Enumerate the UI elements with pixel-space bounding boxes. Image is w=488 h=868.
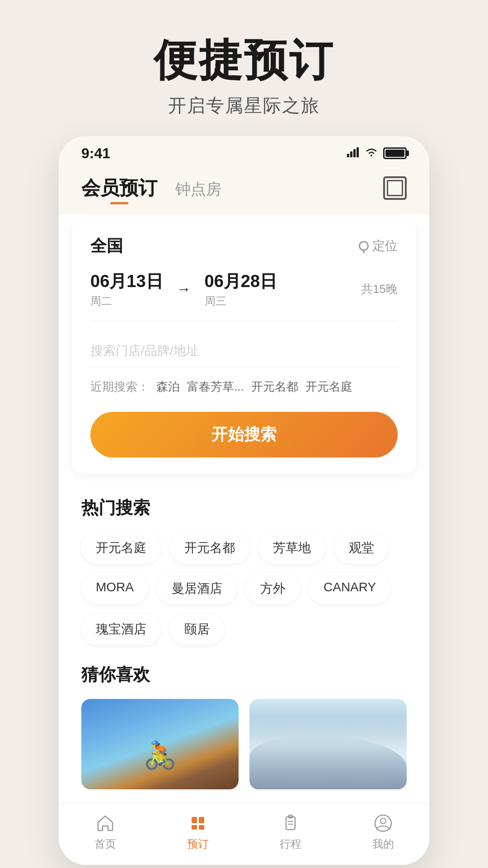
recent-searches: 近期搜索： 森泊 富春芳草... 开元名都 开元名庭 — [90, 379, 398, 395]
hero-subtitle: 开启专属星际之旅 — [168, 93, 320, 118]
checkin-date-main: 06月13日 — [90, 270, 163, 293]
location-text[interactable]: 全国 — [90, 235, 123, 257]
hot-tag-3[interactable]: 观堂 — [334, 532, 389, 564]
recommend-card-2[interactable] — [249, 699, 407, 789]
photo-mountains — [249, 699, 407, 789]
status-time: 9:41 — [81, 145, 110, 162]
location-label: 定位 — [372, 237, 398, 255]
trip-icon — [280, 812, 301, 834]
hot-tag-9[interactable]: 颐居 — [170, 613, 224, 645]
recent-tag-1[interactable]: 森泊 — [156, 379, 180, 395]
recent-tag-2[interactable]: 富春芳草... — [187, 379, 244, 395]
svg-rect-7 — [199, 825, 204, 830]
svg-rect-3 — [357, 147, 359, 157]
svg-rect-5 — [199, 817, 204, 823]
hot-search-section: 热门搜索 开元名庭开元名都芳草地观堂MORA曼居酒店方外CANARY瑰宝酒店颐居 — [59, 483, 429, 659]
hot-tag-0[interactable]: 开元名庭 — [81, 532, 161, 564]
location-button[interactable]: 定位 — [359, 237, 398, 255]
status-bar: 9:41 — [59, 136, 429, 166]
battery-icon — [383, 147, 407, 159]
recommend-section: 猜你喜欢 — [59, 659, 429, 803]
nights-count: 共15晚 — [361, 281, 398, 297]
booking-icon — [187, 812, 209, 834]
checkout-date[interactable]: 06月28日 周三 — [205, 270, 277, 308]
recommend-title: 猜你喜欢 — [81, 663, 407, 686]
hot-tag-1[interactable]: 开元名都 — [170, 532, 249, 564]
hot-tag-4[interactable]: MORA — [81, 573, 148, 604]
hot-tag-8[interactable]: 瑰宝酒店 — [81, 613, 161, 645]
tab-hourly-room[interactable]: 钟点房 — [175, 179, 221, 200]
home-icon — [94, 812, 116, 834]
date-row[interactable]: 06月13日 周二 → 06月28日 周三 共15晚 — [90, 270, 398, 321]
nav-item-booking[interactable]: 预订 — [187, 812, 209, 851]
recent-label: 近期搜索： — [90, 379, 149, 395]
hot-search-title: 热门搜索 — [81, 496, 407, 519]
signal-icon — [347, 146, 360, 160]
photo-cycling — [81, 699, 239, 789]
hero-title: 便捷预订 — [154, 36, 334, 84]
nav-label-home: 首页 — [94, 837, 116, 851]
status-icons — [347, 146, 407, 160]
search-placeholder: 搜索门店/品牌/地址 — [90, 342, 199, 359]
location-dot-icon — [359, 241, 369, 251]
recommend-card-1[interactable] — [81, 699, 239, 789]
recent-tag-4[interactable]: 开元名庭 — [305, 379, 352, 395]
checkin-date[interactable]: 06月13日 周二 — [90, 270, 163, 308]
nav-item-profile[interactable]: 我的 — [372, 812, 394, 851]
bottom-nav: 首页 预订 行程 — [59, 803, 429, 865]
nav-label-booking: 预订 — [187, 837, 209, 851]
search-input-row[interactable]: 搜索门店/品牌/地址 — [90, 334, 398, 368]
nav-tabs: 会员预订 钟点房 — [81, 175, 221, 201]
checkout-date-main: 06月28日 — [205, 270, 277, 293]
search-card: 全国 定位 06月13日 周二 → 06月28日 周三 共15晚 搜索门店/品牌… — [72, 219, 416, 474]
hero-area: 便捷预订 开启专属星际之旅 — [0, 0, 488, 136]
nav-label-trip: 行程 — [280, 837, 301, 851]
nav-item-home[interactable]: 首页 — [94, 812, 116, 851]
svg-rect-2 — [353, 149, 356, 157]
scan-icon[interactable] — [383, 176, 407, 200]
hot-tag-5[interactable]: 曼居酒店 — [157, 573, 237, 604]
checkin-week: 周二 — [90, 294, 163, 308]
svg-rect-0 — [347, 154, 349, 157]
svg-rect-6 — [192, 825, 197, 830]
recommend-grid — [81, 699, 407, 789]
search-button[interactable]: 开始搜索 — [90, 412, 398, 458]
tab-member-booking[interactable]: 会员预订 — [81, 175, 157, 201]
hot-search-tags: 开元名庭开元名都芳草地观堂MORA曼居酒店方外CANARY瑰宝酒店颐居 — [81, 532, 407, 645]
date-arrow-icon: → — [177, 281, 191, 297]
svg-rect-8 — [286, 817, 295, 830]
hot-tag-7[interactable]: CANARY — [309, 573, 390, 604]
location-row: 全国 定位 — [90, 235, 398, 257]
hot-tag-6[interactable]: 方外 — [246, 573, 300, 604]
svg-rect-4 — [192, 817, 197, 823]
profile-icon — [372, 812, 394, 834]
svg-rect-1 — [350, 151, 352, 157]
app-nav-header: 会员预订 钟点房 — [59, 166, 429, 214]
svg-point-13 — [380, 818, 386, 824]
nav-item-trip[interactable]: 行程 — [280, 812, 301, 851]
hot-tag-2[interactable]: 芳草地 — [258, 532, 325, 564]
recent-tag-3[interactable]: 开元名都 — [251, 379, 298, 395]
phone-mockup: 9:41 — [59, 136, 429, 865]
wifi-icon — [365, 146, 378, 160]
checkout-week: 周三 — [205, 294, 277, 308]
nav-label-profile: 我的 — [372, 837, 394, 851]
